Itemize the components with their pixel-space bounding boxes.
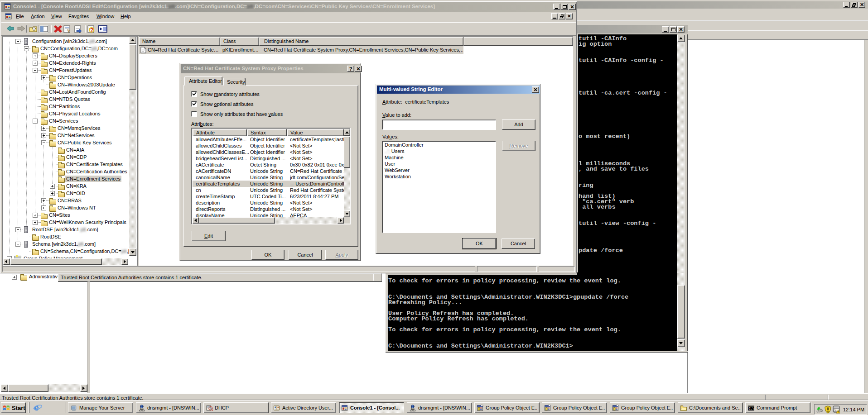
- svg-text:?: ?: [90, 27, 93, 33]
- svg-text:e: e: [34, 403, 39, 412]
- svg-text:C:\: C:\: [749, 407, 754, 410]
